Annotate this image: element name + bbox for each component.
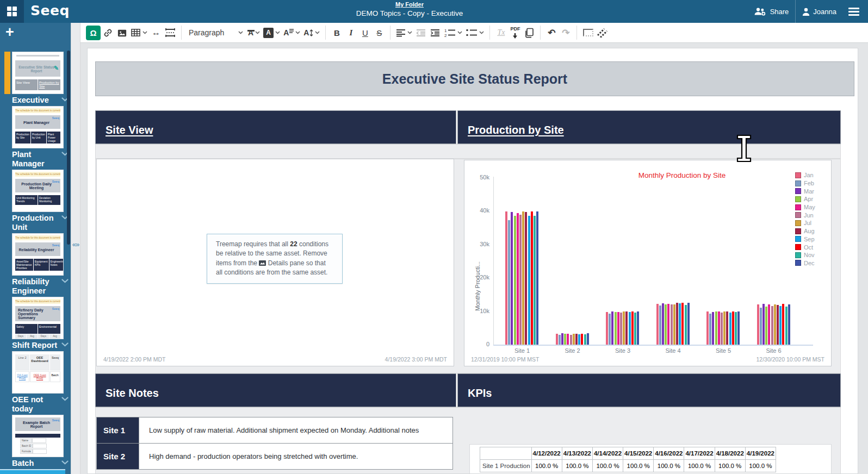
increase-indent-button[interactable] bbox=[428, 25, 442, 40]
sidebar-item-plant-manager[interactable]: The schedule for this document is curren… bbox=[0, 106, 71, 170]
app-switcher-button[interactable] bbox=[0, 0, 24, 23]
font-size-button[interactable]: A bbox=[302, 25, 321, 40]
bar-site-3-aug bbox=[625, 311, 628, 345]
numbered-list-icon: 1 2 bbox=[444, 28, 456, 37]
kpi-value: 100.0 % bbox=[715, 460, 745, 472]
document-thumbnail[interactable]: The schedule for this document is curren… bbox=[12, 106, 64, 148]
x-tick-label: Site 3 bbox=[604, 347, 642, 354]
bar-site-4-may bbox=[667, 304, 669, 345]
site-label: Site 2 bbox=[97, 444, 139, 470]
resize-content-button[interactable]: ↔ bbox=[149, 25, 163, 40]
bar-site-6-oct bbox=[782, 304, 784, 345]
sidebar-collapse-strip: «» bbox=[71, 23, 80, 474]
document-label[interactable]: Executive bbox=[12, 94, 69, 106]
share-button[interactable]: Share bbox=[747, 0, 796, 23]
document-page[interactable]: Executive Site Status Report Site View P… bbox=[87, 48, 858, 474]
document-thumbnail[interactable]: The schedule for this document is curren… bbox=[12, 297, 64, 339]
svg-text:1: 1 bbox=[444, 28, 447, 33]
user-menu[interactable]: Joanna bbox=[796, 0, 843, 23]
kpi-corner-cell bbox=[480, 447, 532, 460]
document-label[interactable]: Reliability Engineer bbox=[12, 276, 69, 297]
bold-button[interactable]: B bbox=[330, 25, 344, 40]
clear-formatting-icon: Tx bbox=[497, 28, 505, 37]
export-pdf-button[interactable]: PDF bbox=[508, 25, 522, 40]
paragraph-style-select[interactable]: Paragraph bbox=[185, 25, 246, 40]
sidebar-scrollbar[interactable] bbox=[67, 51, 70, 245]
bar-site-3-mar bbox=[611, 311, 613, 345]
site-view-heading-link[interactable]: Site View bbox=[106, 124, 153, 136]
site-note-text: High demand - production operators being… bbox=[139, 444, 453, 470]
breadcrumb-my-folder[interactable]: My Folder bbox=[356, 1, 463, 8]
background-pattern-button[interactable] bbox=[595, 25, 609, 40]
insert-table-button[interactable] bbox=[129, 25, 149, 40]
sidebar-item-shift-report[interactable]: The schedule for this document is curren… bbox=[0, 297, 71, 351]
text-cursor bbox=[734, 134, 754, 163]
chevron-down-icon bbox=[315, 31, 320, 34]
thumb-seeq-logo: Seeq bbox=[52, 180, 59, 183]
insert-link-button[interactable] bbox=[101, 25, 115, 40]
text-align-button[interactable] bbox=[394, 25, 414, 40]
redo-button[interactable]: ↷ bbox=[559, 25, 573, 40]
font-color-button[interactable]: A bbox=[246, 25, 262, 40]
dashed-border-icon bbox=[583, 29, 593, 36]
bar-site-5-sep bbox=[729, 313, 731, 345]
legend-item-feb: Feb bbox=[795, 179, 815, 188]
y-tick-label: 10k bbox=[464, 308, 489, 314]
decrease-indent-button[interactable] bbox=[414, 25, 428, 40]
document-label[interactable]: Shift Report bbox=[12, 339, 69, 351]
sidebar-item-batch-report[interactable]: Example Batch ReportSeeqNameBatch IDForm… bbox=[0, 415, 71, 474]
chevron-down-icon bbox=[407, 31, 412, 34]
legend-item-jun: Jun bbox=[795, 211, 815, 219]
kpi-date-column: 4/14/2022 bbox=[592, 447, 623, 460]
treemap-warning-message: Treemap requires that all 22 conditions … bbox=[207, 234, 343, 284]
site-view-panel: Treemap requires that all 22 conditions … bbox=[96, 159, 454, 366]
expand-sidebar-button[interactable]: » bbox=[76, 240, 79, 248]
bar-site-4-aug bbox=[676, 303, 678, 345]
underline-button[interactable]: U bbox=[358, 25, 372, 40]
document-label[interactable]: Plant Manager bbox=[12, 148, 69, 170]
legend-item-sep: Sep bbox=[795, 235, 815, 244]
bar-site-6-dec bbox=[788, 304, 790, 345]
font-family-button[interactable]: A bbox=[282, 25, 302, 40]
bar-site-4-jan bbox=[656, 304, 659, 345]
document-thumbnail[interactable]: Line 2OEE DashboardSeeqOA (Last Prod)OEE… bbox=[12, 351, 64, 394]
section-header-row-2: Site Notes KPIs bbox=[95, 373, 841, 407]
kpi-value: 100.0 % bbox=[592, 460, 623, 472]
document-label[interactable]: Production Unit bbox=[12, 212, 69, 233]
highlight-color-button[interactable]: A bbox=[262, 25, 282, 40]
document-thumbnail[interactable]: The schedule for this document is curren… bbox=[12, 170, 64, 212]
document-label[interactable]: OEE not today bbox=[12, 394, 69, 415]
document-thumbnail[interactable]: Executive Site Status Report✎Site ViewPr… bbox=[12, 52, 64, 94]
undo-button[interactable]: ↶ bbox=[544, 25, 559, 40]
bullet-list-button[interactable] bbox=[464, 25, 486, 40]
bar-site-1-dec bbox=[536, 211, 538, 345]
hamburger-menu-icon[interactable] bbox=[848, 6, 859, 17]
insert-seeq-content-button[interactable]: Ω bbox=[86, 26, 101, 40]
bar-site-6-sep bbox=[779, 306, 782, 345]
add-document-button[interactable]: + bbox=[5, 24, 14, 40]
clear-formatting-button[interactable]: Tx bbox=[494, 25, 508, 40]
seeq-logo[interactable]: Seeq bbox=[30, 3, 70, 18]
sidebar-item-production-unit[interactable]: The schedule for this document is curren… bbox=[0, 170, 71, 233]
chevron-down-icon bbox=[275, 31, 280, 34]
ordered-list-button[interactable]: 1 2 bbox=[442, 25, 464, 40]
insert-image-button[interactable] bbox=[115, 25, 129, 40]
toggle-borders-button[interactable] bbox=[581, 25, 595, 40]
sidebar-item-oee-not-today[interactable]: Line 2OEE DashboardSeeqOA (Last Prod)OEE… bbox=[0, 351, 71, 415]
download-arrow-icon bbox=[512, 33, 518, 39]
copy-document-button[interactable] bbox=[522, 25, 536, 40]
page-break-button[interactable] bbox=[163, 25, 177, 40]
site-note-text: Low supply of raw material. Additional s… bbox=[139, 417, 453, 444]
sidebar-bottom-highlight bbox=[0, 469, 65, 474]
production-by-site-heading-link[interactable]: Production by Site bbox=[468, 124, 564, 136]
document-thumbnail[interactable]: The schedule for this document is curren… bbox=[12, 233, 64, 276]
sidebar-item-reliability-engineer[interactable]: The schedule for this document is curren… bbox=[0, 233, 71, 297]
document-thumbnail[interactable]: Example Batch ReportSeeqNameBatch IDForm… bbox=[12, 415, 64, 457]
sidebar-item-executive[interactable]: Executive Site Status Report✎Site ViewPr… bbox=[0, 52, 71, 106]
highlight-color-icon: A bbox=[263, 28, 274, 38]
bar-site-1-sep bbox=[528, 216, 530, 345]
italic-button[interactable]: I bbox=[344, 25, 358, 40]
kpi-value: 100.0 % bbox=[654, 460, 684, 472]
bar-site-4-sep bbox=[679, 303, 681, 345]
strikethrough-button[interactable]: S bbox=[372, 25, 386, 40]
